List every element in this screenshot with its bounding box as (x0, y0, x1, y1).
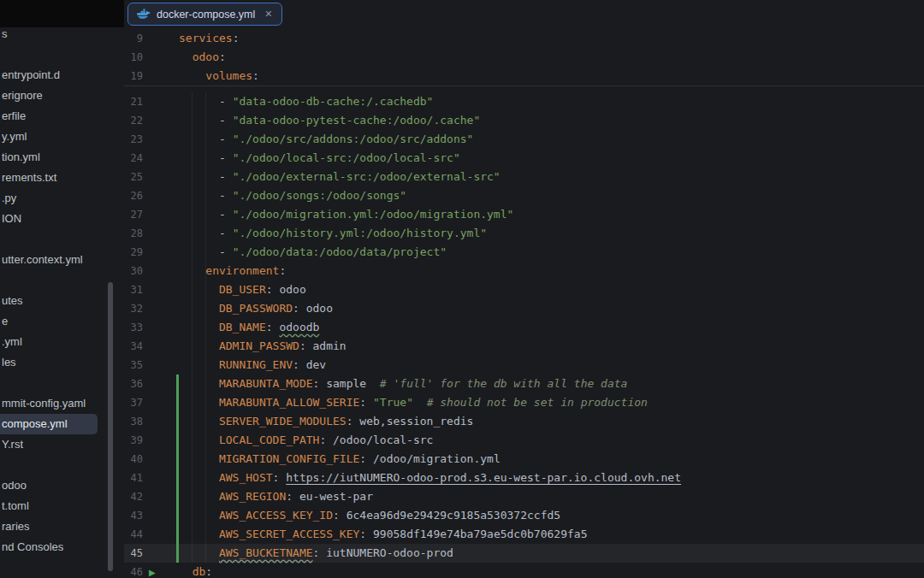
sidebar-item[interactable]: tion.yml (0, 147, 40, 168)
sidebar-item[interactable]: s (0, 24, 8, 44)
code-text: services: (179, 29, 239, 48)
sidebar-item[interactable]: utter.context.yml (0, 250, 83, 270)
code-line-31[interactable]: 31 DB_USER: odoo (124, 280, 924, 299)
sidebar-item[interactable]: raries (0, 516, 30, 537)
line-number[interactable]: 28 (124, 224, 146, 243)
code-line-45[interactable]: 45 AWS_BUCKETNAME: iutNUMERO-odoo-prod (124, 544, 924, 563)
code-line-23[interactable]: 23 - "./odoo/src/addons:/odoo/src/addons… (124, 130, 924, 149)
line-number[interactable]: 9 (124, 29, 146, 48)
code-text: odoo: (179, 48, 226, 67)
code-line-46[interactable]: 46 db: (124, 563, 924, 578)
code-line-40[interactable]: 40 MIGRATION_CONFIG_FILE: /odoo/migratio… (124, 450, 924, 469)
line-number[interactable]: 10 (124, 48, 146, 67)
sidebar-item[interactable]: .py (0, 188, 16, 209)
code-text: - "./odoo/local-src:/odoo/local-src" (179, 149, 460, 168)
code-text: - "data-odoo-pytest-cache:/odoo/.cache" (179, 111, 480, 130)
code-text: volumes: (179, 67, 259, 86)
code-text: AWS_BUCKETNAME: iutNUMERO-odoo-prod (179, 544, 453, 563)
line-number[interactable]: 30 (124, 262, 146, 280)
code-line-25[interactable]: 25 - "./odoo/external-src:/odoo/external… (124, 168, 924, 186)
code-line-35[interactable]: 35 RUNNING_ENV: dev (124, 356, 924, 375)
line-number[interactable]: 34 (124, 337, 146, 356)
sidebar-file-list: sentrypoint.derignoreerfiley.ymltion.yml… (0, 27, 124, 578)
code-text: AWS_HOST: https://iutNUMERO-odoo-prod.s3… (179, 469, 681, 487)
sidebar-item[interactable]: .yml (0, 332, 22, 352)
sidebar-item[interactable]: erfile (0, 106, 26, 127)
code-text: - "./odoo/external-src:/odoo/external-sr… (179, 168, 500, 186)
run-service-icon[interactable]: ▶ (149, 563, 156, 578)
code-line-36[interactable]: 36 MARABUNTA_MODE: sample # 'full' for t… (124, 375, 924, 393)
sidebar-item[interactable]: utes (0, 291, 23, 311)
line-number[interactable]: 22 (124, 111, 146, 130)
code-text: - "./odoo/songs:/odoo/songs" (179, 186, 406, 205)
code-line-41[interactable]: 41 AWS_HOST: https://iutNUMERO-odoo-prod… (124, 469, 924, 487)
code-text: DB_USER: odoo (179, 280, 306, 299)
line-number[interactable]: 25 (124, 168, 146, 186)
line-number[interactable]: 39 (124, 431, 146, 450)
sidebar-item-selected[interactable]: compose.yml (0, 414, 98, 434)
code-line-28[interactable]: 28 - "./odoo/history.yml:/odoo/history.y… (124, 224, 924, 243)
tab-docker-compose[interactable]: docker-compose.yml ✕ (127, 3, 282, 26)
sidebar-item[interactable]: e (0, 311, 8, 332)
code-text: - "./odoo/history.yml:/odoo/history.yml" (179, 224, 487, 243)
line-number[interactable]: 27 (124, 205, 146, 224)
sidebar-item[interactable]: ION (0, 209, 21, 229)
code-line-38[interactable]: 38 SERVER_WIDE_MODULES: web,session_redi… (124, 412, 924, 431)
sidebar-item[interactable]: odoo (0, 475, 27, 496)
line-number[interactable]: 32 (124, 299, 146, 318)
sidebar-scrollbar[interactable] (108, 282, 113, 571)
line-number[interactable]: 37 (124, 393, 146, 412)
line-number[interactable]: 38 (124, 412, 146, 431)
code-text: AWS_SECRET_ACCESS_KEY: 99058df149e74ba79… (179, 525, 587, 544)
code-line-26[interactable]: 26 - "./odoo/songs:/odoo/songs" (124, 186, 924, 205)
code-line-30[interactable]: 30 environment: (124, 262, 924, 280)
line-number[interactable]: 44 (124, 525, 146, 544)
code-line-37[interactable]: 37 MARABUNTA_ALLOW_SERIE: "True" # shoul… (124, 393, 924, 412)
sidebar-item[interactable]: les (0, 352, 16, 373)
sidebar-item[interactable]: erignore (0, 86, 43, 106)
code-line-43[interactable]: 43 AWS_ACCESS_KEY_ID: 6c4ea96d9e29429c91… (124, 506, 924, 525)
line-number[interactable]: 35 (124, 356, 146, 375)
line-number[interactable]: 31 (124, 280, 146, 299)
code-line-19[interactable]: 19 volumes: (124, 67, 924, 86)
line-number[interactable]: 33 (124, 318, 146, 337)
code-line-21[interactable]: 21 - "data-odoo-db-cache:/.cachedb" (124, 92, 924, 111)
line-number[interactable]: 36 (124, 375, 146, 393)
code-line-33[interactable]: 33 DB_NAME: odoodb (124, 318, 924, 337)
code-line-32[interactable]: 32 DB_PASSWORD: odoo (124, 299, 924, 318)
code-line-29[interactable]: 29 - "./odoo/data:/odoo/data/project" (124, 243, 924, 262)
code-line-27[interactable]: 27 - "./odoo/migration.yml:/odoo/migrati… (124, 205, 924, 224)
line-number[interactable]: 24 (124, 149, 146, 168)
git-added-indicator (176, 375, 179, 563)
code-line-10[interactable]: 10 odoo: (124, 48, 924, 67)
line-number[interactable]: 23 (124, 130, 146, 149)
tab-close-icon[interactable]: ✕ (264, 9, 272, 20)
line-number[interactable]: 21 (124, 92, 146, 111)
line-number[interactable]: 26 (124, 186, 146, 205)
code-line-34[interactable]: 34 ADMIN_PASSWD: admin (124, 337, 924, 356)
code-line-42[interactable]: 42 AWS_REGION: eu-west-par (124, 487, 924, 506)
sidebar-item[interactable]: t.toml (0, 496, 29, 516)
sidebar-item[interactable]: rements.txt (0, 168, 56, 188)
code-line-9[interactable]: 9services: (124, 29, 924, 48)
code-line-22[interactable]: 22 - "data-odoo-pytest-cache:/odoo/.cach… (124, 111, 924, 130)
line-number[interactable]: 29 (124, 243, 146, 262)
code-line-44[interactable]: 44 AWS_SECRET_ACCESS_KEY: 99058df149e74b… (124, 525, 924, 544)
line-number[interactable]: 19 (124, 67, 146, 86)
sidebar-item[interactable]: nd Consoles (0, 537, 63, 557)
tab-label: docker-compose.yml (157, 9, 255, 21)
sidebar-item[interactable]: Y.rst (0, 434, 23, 455)
code-text: LOCAL_CODE_PATH: /odoo/local-src (179, 431, 433, 450)
code-text: AWS_ACCESS_KEY_ID: 6c4ea96d9e29429c9185a… (179, 506, 560, 525)
sidebar-item[interactable]: mmit-config.yaml (0, 393, 86, 414)
line-number[interactable]: 43 (124, 506, 146, 525)
line-number[interactable]: 45 (124, 544, 146, 563)
line-number[interactable]: 40 (124, 450, 146, 469)
line-number[interactable]: 46 (124, 563, 146, 578)
sidebar-item[interactable]: y.yml (0, 127, 27, 147)
code-line-39[interactable]: 39 LOCAL_CODE_PATH: /odoo/local-src (124, 431, 924, 450)
line-number[interactable]: 41 (124, 469, 146, 487)
code-line-24[interactable]: 24 - "./odoo/local-src:/odoo/local-src" (124, 149, 924, 168)
line-number[interactable]: 42 (124, 487, 146, 506)
sidebar-item[interactable]: entrypoint.d (0, 65, 60, 86)
